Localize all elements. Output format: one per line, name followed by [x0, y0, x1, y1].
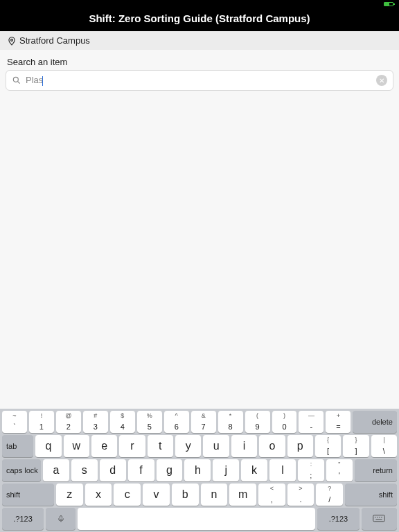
- key-bracket-1[interactable]: }]: [343, 435, 369, 457]
- key-j[interactable]: j: [213, 459, 239, 481]
- svg-rect-3: [60, 516, 62, 520]
- key-capslock[interactable]: caps lock: [2, 459, 41, 481]
- key-z[interactable]: z: [56, 484, 83, 506]
- key-f[interactable]: f: [128, 459, 154, 481]
- onscreen-keyboard: ~`!1@2#3$4%5^6&7*8(9)0—-+=delete tab qwe…: [0, 409, 399, 532]
- key-r[interactable]: r: [119, 435, 145, 457]
- key-return[interactable]: return: [355, 459, 397, 481]
- key-l[interactable]: l: [269, 459, 296, 481]
- key-shift-left[interactable]: shift: [2, 484, 54, 506]
- key-numtoggle-right[interactable]: .?123: [317, 508, 359, 530]
- key-punct2-2[interactable]: ?/: [316, 484, 343, 506]
- svg-line-2: [18, 82, 20, 84]
- location-bar[interactable]: Stratford Campus: [0, 31, 399, 50]
- svg-point-0: [11, 39, 13, 41]
- key-g[interactable]: g: [157, 459, 183, 481]
- page-title: Shift: Zero Sorting Guide (Stratford Cam…: [0, 8, 399, 31]
- key-space[interactable]: [78, 508, 315, 530]
- key-v[interactable]: v: [143, 484, 170, 506]
- key-delete[interactable]: delete: [353, 411, 397, 433]
- key-num-5[interactable]: %5: [137, 411, 162, 433]
- key-num-4[interactable]: $4: [110, 411, 135, 433]
- key-tab[interactable]: tab: [2, 435, 33, 457]
- key-h[interactable]: h: [184, 459, 211, 481]
- key-u[interactable]: u: [203, 435, 229, 457]
- key-bracket-0[interactable]: {[: [315, 435, 341, 457]
- key-bracket-2[interactable]: |\: [371, 435, 397, 457]
- key-b[interactable]: b: [172, 484, 199, 506]
- key-shift-right[interactable]: shift: [345, 484, 397, 506]
- location-name: Stratford Campus: [19, 35, 90, 46]
- key-a[interactable]: a: [43, 459, 69, 481]
- clear-search-button[interactable]: ✕: [376, 75, 387, 86]
- key-d[interactable]: d: [100, 459, 126, 481]
- key-numtoggle-left[interactable]: .?123: [2, 508, 44, 530]
- key-y[interactable]: y: [175, 435, 201, 457]
- key-num-1[interactable]: !1: [29, 411, 54, 433]
- key-num-12[interactable]: +=: [326, 411, 351, 433]
- search-icon: [12, 76, 21, 85]
- keyboard-icon: [373, 515, 385, 523]
- key-t[interactable]: t: [148, 435, 173, 457]
- key-num-7[interactable]: &7: [191, 411, 216, 433]
- key-punct2-0[interactable]: <,: [258, 484, 285, 506]
- key-punct-1[interactable]: "': [326, 459, 353, 481]
- location-pin-icon: [7, 36, 17, 46]
- mic-icon: [57, 513, 65, 524]
- key-num-6[interactable]: ^6: [164, 411, 189, 433]
- key-m[interactable]: m: [229, 484, 256, 506]
- key-p[interactable]: p: [287, 435, 313, 457]
- key-num-0[interactable]: ~`: [2, 411, 27, 433]
- status-bar: [0, 0, 399, 8]
- key-i[interactable]: i: [231, 435, 257, 457]
- svg-rect-4: [373, 515, 385, 522]
- key-e[interactable]: e: [91, 435, 117, 457]
- search-label: Search an item: [0, 50, 399, 70]
- key-punct2-1[interactable]: >.: [287, 484, 314, 506]
- key-num-9[interactable]: (9: [245, 411, 270, 433]
- key-hide-keyboard[interactable]: [362, 508, 398, 530]
- key-num-10[interactable]: )0: [272, 411, 297, 433]
- key-dictation[interactable]: [46, 508, 76, 530]
- key-c[interactable]: c: [114, 484, 141, 506]
- key-q[interactable]: q: [35, 435, 61, 457]
- key-punct-0[interactable]: :;: [298, 459, 324, 481]
- key-w[interactable]: w: [64, 435, 89, 457]
- key-num-3[interactable]: #3: [83, 411, 108, 433]
- key-num-11[interactable]: —-: [299, 411, 323, 433]
- battery-icon: [384, 2, 393, 6]
- svg-point-1: [13, 77, 18, 82]
- search-input[interactable]: Plas: [26, 75, 376, 86]
- key-n[interactable]: n: [201, 484, 228, 506]
- key-k[interactable]: k: [241, 459, 267, 481]
- key-x[interactable]: x: [85, 484, 112, 506]
- key-num-2[interactable]: @2: [56, 411, 81, 433]
- key-num-8[interactable]: *8: [218, 411, 243, 433]
- key-o[interactable]: o: [259, 435, 285, 457]
- search-box[interactable]: Plas ✕: [6, 70, 393, 91]
- key-s[interactable]: s: [71, 459, 98, 481]
